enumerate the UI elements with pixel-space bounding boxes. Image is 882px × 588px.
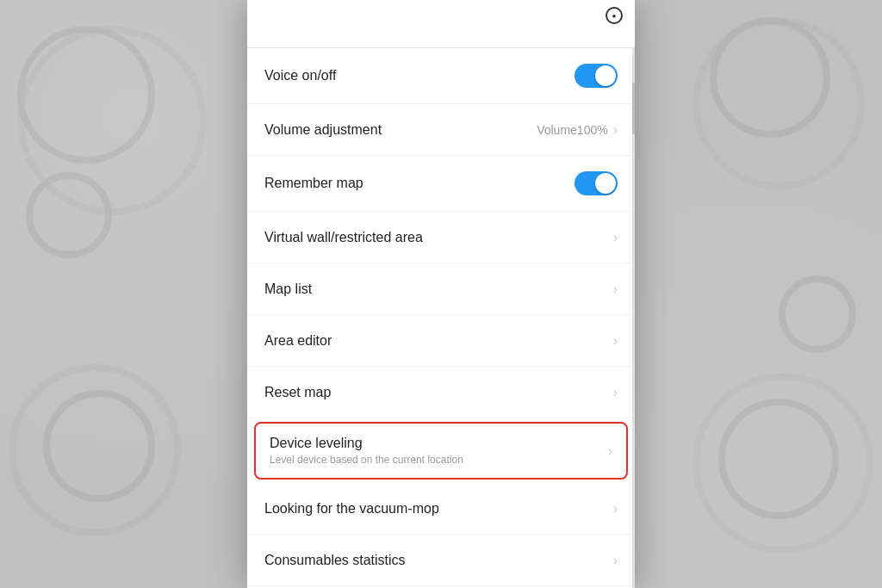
- wm-circle-5: [26, 172, 112, 258]
- settings-item-volume[interactable]: Volume adjustmentVolume100%›: [247, 104, 635, 156]
- back-button[interactable]: [261, 21, 275, 28]
- settings-item-looking_vacuum[interactable]: Looking for the vacuum-mop›: [247, 483, 635, 535]
- item-right-remember_map: [575, 171, 618, 195]
- item-right-voice: [575, 64, 618, 88]
- settings-item-virtual_wall[interactable]: Virtual wall/restricted area›: [247, 212, 635, 263]
- item-sublabel-device_leveling: Level device based on the current locati…: [270, 454, 463, 466]
- item-left-voice: Voice on/off: [264, 68, 336, 84]
- chevron-icon-consumables: ›: [613, 553, 618, 568]
- item-right-reset_map: ›: [613, 385, 618, 400]
- item-left-reset_map: Reset map: [264, 385, 331, 400]
- item-right-volume: Volume100%›: [537, 122, 618, 138]
- settings-item-device_leveling[interactable]: Device levelingLevel device based on the…: [254, 422, 628, 480]
- item-left-consumables: Consumables statistics: [264, 553, 406, 568]
- item-left-volume: Volume adjustment: [264, 122, 382, 138]
- scrollbar: [632, 48, 635, 588]
- logo-watermark: ●: [606, 7, 628, 24]
- item-label-virtual_wall: Virtual wall/restricted area: [264, 230, 423, 245]
- item-left-looking_vacuum: Looking for the vacuum-mop: [264, 501, 439, 517]
- item-right-device_leveling: ›: [608, 443, 612, 459]
- chevron-icon-looking_vacuum: ›: [613, 501, 618, 517]
- chevron-icon-area_editor: ›: [613, 333, 618, 349]
- item-label-reset_map: Reset map: [264, 385, 331, 400]
- settings-panel: ● Voice on/offVolume adjustmentVolume100…: [247, 0, 635, 588]
- chevron-icon-device_leveling: ›: [608, 443, 612, 459]
- item-label-device_leveling: Device leveling: [270, 436, 463, 451]
- settings-item-map_list[interactable]: Map list›: [247, 263, 635, 315]
- item-label-voice: Voice on/off: [264, 68, 336, 84]
- wm-circle-10: [779, 275, 856, 353]
- settings-list: Voice on/offVolume adjustmentVolume100%›…: [247, 48, 635, 588]
- item-left-remember_map: Remember map: [264, 176, 363, 191]
- settings-item-reset_map[interactable]: Reset map›: [247, 367, 635, 418]
- settings-item-consumables[interactable]: Consumables statistics›: [247, 535, 635, 586]
- settings-item-area_editor[interactable]: Area editor›: [247, 315, 635, 367]
- item-label-volume: Volume adjustment: [264, 122, 382, 138]
- logo-circle-icon: ●: [606, 7, 623, 24]
- wm-circle-7: [710, 17, 830, 138]
- item-left-virtual_wall: Virtual wall/restricted area: [264, 230, 423, 245]
- toggle-remember_map[interactable]: [575, 171, 618, 195]
- item-left-area_editor: Area editor: [264, 333, 332, 349]
- toggle-voice[interactable]: [575, 64, 618, 88]
- item-right-looking_vacuum: ›: [613, 501, 618, 517]
- chevron-icon-volume: ›: [613, 122, 618, 138]
- chevron-icon-reset_map: ›: [613, 385, 618, 400]
- scroll-thumb: [632, 83, 635, 134]
- item-left-device_leveling: Device levelingLevel device based on the…: [270, 436, 463, 466]
- wm-circle-4: [43, 390, 155, 502]
- chevron-icon-map_list: ›: [613, 282, 618, 297]
- item-right-consumables: ›: [613, 553, 618, 568]
- item-right-area_editor: ›: [613, 333, 618, 349]
- settings-item-remember_map[interactable]: Remember map: [247, 156, 635, 212]
- chevron-icon-virtual_wall: ›: [613, 230, 618, 245]
- item-right-virtual_wall: ›: [613, 230, 618, 245]
- item-label-map_list: Map list: [264, 282, 312, 297]
- settings-item-voice[interactable]: Voice on/off: [247, 48, 635, 104]
- wm-circle-9: [718, 399, 839, 519]
- item-left-map_list: Map list: [264, 282, 312, 297]
- item-label-remember_map: Remember map: [264, 176, 363, 191]
- item-right-map_list: ›: [613, 282, 618, 297]
- item-value-volume: Volume100%: [537, 123, 608, 137]
- header: ●: [247, 0, 635, 48]
- wm-circle-2: [17, 26, 155, 164]
- item-label-looking_vacuum: Looking for the vacuum-mop: [264, 501, 439, 517]
- item-label-consumables: Consumables statistics: [264, 553, 406, 568]
- item-label-area_editor: Area editor: [264, 333, 332, 349]
